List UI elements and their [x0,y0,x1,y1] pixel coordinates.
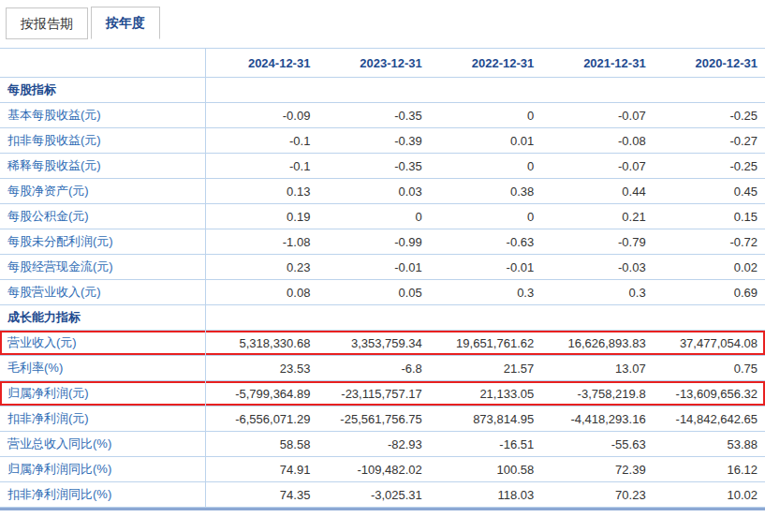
empty-cell [317,305,429,330]
cell-value: -4,418,293.16 [541,406,653,431]
cell-value: 53.88 [654,432,765,456]
cell-value: 3,353,759.34 [317,331,429,355]
financial-indicators-table: 2024-12-312023-12-312022-12-312021-12-31… [0,48,765,510]
row-label: 营业收入(元) [0,331,206,355]
column-header-date: 2020-12-31 [654,49,765,77]
cell-value: 0.03 [317,179,429,203]
table-header-row: 2024-12-312023-12-312022-12-312021-12-31… [0,49,765,78]
row-label: 毛利率(%) [0,356,206,380]
row-label: 扣非每股收益(元) [0,128,206,153]
table-row: 基本每股收益(元)-0.09-0.350-0.07-0.25 [0,103,765,128]
section-title: 成长能力指标 [0,305,206,330]
column-header-date: 2023-12-31 [317,49,429,77]
cell-value: -0.01 [317,255,429,279]
table-row: 每股净资产(元)0.130.030.380.440.45 [0,179,765,204]
section-header-row: 每股指标 [0,78,765,103]
table-row: 稀释每股收益(元)-0.1-0.350-0.07-0.25 [0,154,765,179]
cell-value: 37,477,054.08 [654,331,765,355]
cell-value: -0.25 [654,103,765,127]
cell-value: 72.39 [541,457,653,481]
cell-value: -3,758,219.8 [541,381,653,406]
cell-value: 0.3 [541,280,653,304]
cell-value: -23,115,757.17 [317,381,429,406]
cell-value: -0.25 [654,154,765,178]
cell-value: 0.15 [654,204,765,229]
cell-value: -0.99 [317,229,429,254]
cell-value: -3,025.31 [317,482,429,507]
cell-value: -0.07 [541,103,653,127]
cell-value: 0.05 [317,280,429,304]
cell-value: 0.23 [206,255,317,279]
cell-value: 21.57 [430,356,541,380]
cell-value: 873,814.95 [430,406,541,431]
cell-value: -6,556,071.29 [206,406,317,431]
cell-value: 0 [430,103,541,127]
cell-value: -0.01 [430,255,541,279]
column-header-date: 2021-12-31 [541,49,653,77]
row-label: 每股未分配利润(元) [0,229,206,254]
row-label: 扣非净利润同比(%) [0,482,206,507]
cell-value: -0.79 [541,229,653,254]
cell-value: -109,482.02 [317,457,429,481]
cell-value: 0.13 [206,179,317,203]
cell-value: -0.03 [541,255,653,279]
table-row: 每股公积金(元)0.19000.210.15 [0,204,765,229]
cell-value: -0.27 [654,128,765,153]
section-title: 每股指标 [0,78,206,102]
row-label: 每股公积金(元) [0,204,206,229]
cell-value: -14,842,642.65 [654,406,765,431]
cell-value: 0.38 [430,179,541,203]
tab-by-report-period[interactable]: 按报告期 [6,7,88,39]
table-row: 每股经营现金流(元)0.23-0.01-0.01-0.030.02 [0,255,765,280]
cell-value: 23.53 [206,356,317,380]
cell-value: 74.91 [206,457,317,481]
cell-value: -0.1 [206,128,317,153]
row-label: 扣非净利润(元) [0,406,206,431]
cell-value: 21,133.05 [430,381,541,406]
row-label: 每股净资产(元) [0,179,206,203]
cell-value: 16,626,893.83 [541,331,653,355]
table-row: 每股未分配利润(元)-1.08-0.99-0.63-0.79-0.72 [0,229,765,255]
cell-value: 0.3 [430,280,541,304]
cell-value: -0.35 [317,154,429,178]
cell-value: 70.23 [541,482,653,507]
cell-value: -0.08 [541,128,653,153]
row-label: 稀释每股收益(元) [0,154,206,178]
cell-value: -0.35 [317,103,429,127]
table-row: 每股营业收入(元)0.080.050.30.30.69 [0,280,765,305]
cell-value: -0.07 [541,154,653,178]
cell-value: -0.1 [206,154,317,178]
row-label: 每股营业收入(元) [0,280,206,304]
cell-value: 0 [430,204,541,229]
cell-value: 0.45 [654,179,765,203]
cell-value: 0 [430,154,541,178]
cell-value: -0.39 [317,128,429,153]
cell-value: 19,651,761.62 [430,331,541,355]
empty-cell [317,78,429,102]
row-label: 归属净利润(元) [0,381,206,406]
empty-cell [654,305,765,330]
cell-value: 0.01 [430,128,541,153]
row-label: 归属净利润同比(%) [0,457,206,481]
cell-value: 58.58 [206,432,317,456]
tab-by-year[interactable]: 按年度 [91,7,160,39]
table-row: 扣非净利润同比(%)74.35-3,025.31118.0370.2310.02 [0,482,765,508]
cell-value: -5,799,364.89 [206,381,317,406]
row-label: 每股经营现金流(元) [0,255,206,279]
financial-indicators-page: 按报告期按年度 2024-12-312023-12-312022-12-3120… [0,0,765,510]
column-header-date: 2024-12-31 [206,49,317,77]
section-header-row: 成长能力指标 [0,305,765,331]
cell-value: 10.02 [654,482,765,507]
cell-value: 16.12 [654,457,765,481]
empty-cell [430,78,541,102]
cell-value: 118.03 [430,482,541,507]
cell-value: 0.02 [654,255,765,279]
column-header-date: 2022-12-31 [430,49,541,77]
cell-value: -25,561,756.75 [317,406,429,431]
table-row: 归属净利润(元)-5,799,364.89-23,115,757.1721,13… [0,381,765,406]
cell-value: 5,318,330.68 [206,331,317,355]
cell-value: -16.51 [430,432,541,456]
cell-value: 100.58 [430,457,541,481]
empty-cell [430,305,541,330]
cell-value: -55.63 [541,432,653,456]
